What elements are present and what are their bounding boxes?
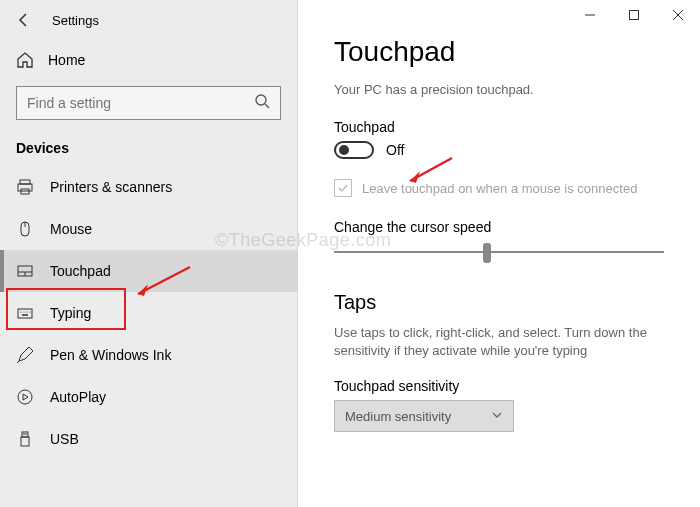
svg-line-1 — [265, 104, 269, 108]
toggle-label: Touchpad — [334, 119, 680, 135]
taps-heading: Taps — [334, 291, 680, 314]
chevron-down-icon — [491, 407, 503, 425]
sidebar-item-label: Pen & Windows Ink — [50, 347, 171, 363]
svg-point-13 — [26, 311, 27, 312]
toggle-knob — [339, 145, 349, 155]
sidebar-item-pen[interactable]: Pen & Windows Ink — [0, 334, 297, 376]
leave-touchpad-checkbox-row: Leave touchpad on when a mouse is connec… — [334, 179, 680, 197]
sidebar-item-usb[interactable]: USB — [0, 418, 297, 460]
home-icon — [16, 51, 40, 69]
page-subtext: Your PC has a precision touchpad. — [334, 82, 680, 97]
svg-rect-22 — [630, 11, 639, 20]
sidebar-item-touchpad[interactable]: Touchpad — [0, 250, 297, 292]
search-icon — [254, 93, 270, 113]
search-input[interactable] — [27, 95, 254, 111]
sensitivity-value: Medium sensitivity — [345, 409, 451, 424]
svg-point-12 — [23, 311, 24, 312]
toggle-state-text: Off — [386, 142, 404, 158]
sidebar-item-autoplay[interactable]: AutoPlay — [0, 376, 297, 418]
slider-track — [334, 251, 664, 253]
sidebar-home[interactable]: Home — [0, 40, 297, 80]
sensitivity-dropdown[interactable]: Medium sensitivity — [334, 400, 514, 432]
close-button[interactable] — [656, 0, 700, 30]
sensitivity-label: Touchpad sensitivity — [334, 378, 680, 394]
cursor-speed-slider[interactable] — [334, 241, 664, 265]
svg-rect-3 — [18, 184, 32, 191]
sidebar-item-label: USB — [50, 431, 79, 447]
minimize-button[interactable] — [568, 0, 612, 30]
taps-description: Use taps to click, right-click, and sele… — [334, 324, 680, 360]
maximize-button[interactable] — [612, 0, 656, 30]
svg-point-14 — [29, 311, 30, 312]
page-title: Touchpad — [334, 36, 680, 68]
svg-point-0 — [256, 95, 266, 105]
svg-rect-10 — [18, 309, 32, 318]
leave-touchpad-checkbox — [334, 179, 352, 197]
mouse-icon — [16, 220, 40, 238]
window-title: Settings — [52, 13, 99, 28]
touchpad-icon — [16, 262, 40, 280]
usb-icon — [16, 430, 40, 448]
sidebar-item-label: Mouse — [50, 221, 92, 237]
pen-icon — [16, 346, 40, 364]
printer-icon — [16, 178, 40, 196]
svg-rect-17 — [22, 432, 28, 437]
sidebar-item-label: Printers & scanners — [50, 179, 172, 195]
sidebar-home-label: Home — [48, 52, 85, 68]
autoplay-icon — [16, 388, 40, 406]
leave-touchpad-label: Leave touchpad on when a mouse is connec… — [362, 181, 637, 196]
svg-rect-18 — [21, 437, 29, 446]
search-input-container[interactable] — [16, 86, 281, 120]
slider-thumb[interactable] — [483, 243, 491, 263]
keyboard-icon — [16, 304, 40, 322]
touchpad-toggle[interactable] — [334, 141, 374, 159]
sidebar-group-header: Devices — [0, 134, 297, 166]
sidebar-item-printers[interactable]: Printers & scanners — [0, 166, 297, 208]
sidebar-item-typing[interactable]: Typing — [0, 292, 297, 334]
svg-point-11 — [20, 311, 21, 312]
sidebar-item-label: Typing — [50, 305, 91, 321]
sidebar-item-mouse[interactable]: Mouse — [0, 208, 297, 250]
svg-point-16 — [18, 390, 32, 404]
sidebar-item-label: Touchpad — [50, 263, 111, 279]
cursor-speed-label: Change the cursor speed — [334, 219, 680, 235]
svg-rect-2 — [20, 180, 30, 184]
back-button[interactable] — [16, 12, 44, 28]
sidebar-item-label: AutoPlay — [50, 389, 106, 405]
